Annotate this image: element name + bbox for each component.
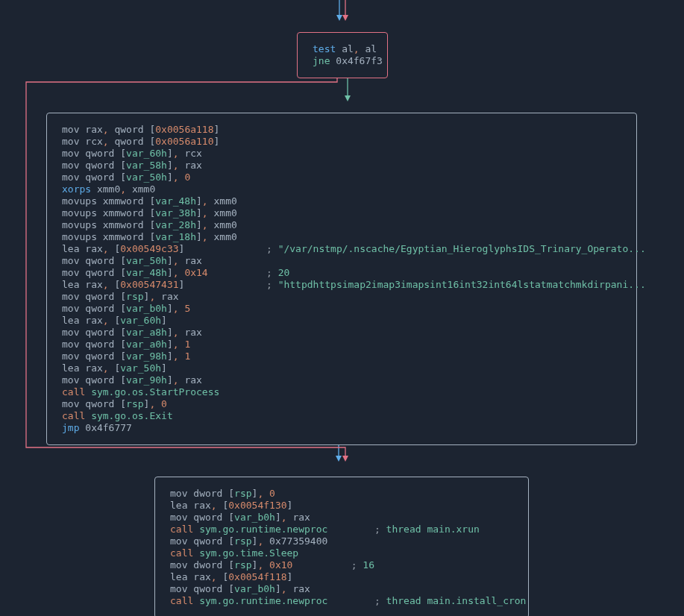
asm-token: mov rcx xyxy=(62,136,103,147)
asm-token: movups xmmword xyxy=(62,207,149,219)
asm-token: , xyxy=(103,124,109,135)
asm-token: , xyxy=(103,279,109,290)
asm-token: var_a0h xyxy=(126,339,167,350)
asm-token: ] xyxy=(167,327,173,338)
asm-token: mov qword xyxy=(62,339,120,350)
asm-token: mov qword xyxy=(62,148,120,159)
asm-token: [ xyxy=(120,148,126,159)
asm-token: var_50h xyxy=(126,172,167,183)
svg-marker-3 xyxy=(336,456,342,462)
asm-token: mov dword xyxy=(170,559,228,571)
asm-token: var_38h xyxy=(155,207,196,219)
asm-token: mov qword xyxy=(170,512,228,523)
asm-token: ] xyxy=(196,195,202,207)
asm-token: call xyxy=(62,386,91,397)
asm-token: ] xyxy=(167,374,173,386)
asm-token: thread main.install_cron xyxy=(386,595,527,606)
asm-token: ] xyxy=(167,339,173,350)
asm-token: jmp xyxy=(62,422,85,433)
asm-token: 1 xyxy=(179,351,191,362)
asm-token: var_a8h xyxy=(126,327,167,338)
asm-token: [ xyxy=(228,583,234,594)
asm-token: xorps xyxy=(62,183,91,195)
asm-token: 0x77359400 xyxy=(263,535,327,547)
asm-token: ] xyxy=(275,512,281,523)
asm-token: var_b0h xyxy=(234,583,275,594)
asm-token: xmm0 xyxy=(126,183,155,195)
asm-token: , xyxy=(173,172,179,183)
asm-token: , xyxy=(202,195,208,207)
asm-token: , xyxy=(173,148,179,159)
asm-token: movups xmmword xyxy=(62,231,149,242)
asm-token: ] xyxy=(167,351,173,362)
asm-token: xmm0 xyxy=(208,195,237,207)
asm-token: 16 xyxy=(363,559,374,571)
asm-token: rax xyxy=(179,255,202,266)
asm-token: movups xmmword xyxy=(62,219,149,230)
asm-token: ; xyxy=(266,279,278,290)
asm-token: [ xyxy=(228,535,234,547)
cfg-block-startprocess: mov rax, qword [0x0056a118] mov rcx, qwo… xyxy=(46,113,637,445)
asm-token: var_b0h xyxy=(126,303,167,314)
asm-token: 0x0056a110 xyxy=(155,136,213,147)
asm-token: [ xyxy=(120,339,126,350)
asm-token: mov qword xyxy=(62,351,120,362)
asm-token: rax xyxy=(155,291,178,302)
asm-token: var_28h xyxy=(155,219,196,230)
asm-token: rsp xyxy=(234,535,251,547)
cfg-block-test: test al, al jne 0x4f67f3 xyxy=(297,32,388,78)
asm-token: , xyxy=(211,571,217,582)
asm-token: , xyxy=(173,160,179,171)
asm-token: var_50h xyxy=(120,362,161,374)
asm-token: ] xyxy=(167,148,173,159)
asm-token: ] xyxy=(167,267,173,278)
asm-token: 1 xyxy=(179,339,191,350)
asm-token: , xyxy=(120,183,126,195)
asm-token: ] xyxy=(275,583,281,594)
asm-token: mov qword xyxy=(62,255,120,266)
asm-token: [ xyxy=(228,559,234,571)
asm-token: ; xyxy=(374,524,386,535)
asm-token: qword xyxy=(109,124,150,135)
asm-token: mov qword xyxy=(62,160,120,171)
asm-token: , xyxy=(173,255,179,266)
asm-token: call xyxy=(170,547,199,559)
asm-token: "httpdhttpsimap2imap3imapsint16int32int6… xyxy=(278,279,646,290)
asm-token: [ xyxy=(120,172,126,183)
asm-token: var_50h xyxy=(126,255,167,266)
asm-token: al xyxy=(360,43,377,54)
asm-token: rax xyxy=(287,583,310,594)
asm-token: [ xyxy=(120,351,126,362)
asm-token: ] xyxy=(196,207,202,219)
asm-token: rax xyxy=(179,327,202,338)
asm-token: 0x00549c33 xyxy=(120,243,178,254)
asm-token: , xyxy=(103,243,109,254)
asm-token: sym.go.os.StartProcess xyxy=(91,386,219,397)
asm-token: rsp xyxy=(126,291,143,302)
asm-token: call xyxy=(170,524,199,535)
asm-token: xmm0 xyxy=(208,207,237,219)
asm-token: ] xyxy=(167,303,173,314)
asm-token: sym.go.os.Exit xyxy=(91,410,173,421)
asm-token: sym.go.runtime.newproc xyxy=(199,524,374,535)
asm-token: 0x14 xyxy=(179,267,266,278)
asm-token: mov qword xyxy=(62,374,120,386)
asm-token: mov qword xyxy=(62,291,120,302)
asm-token: ] xyxy=(179,243,266,254)
asm-token: , xyxy=(173,327,179,338)
asm-token: 20 xyxy=(278,267,290,278)
asm-token: [ xyxy=(217,500,229,511)
asm-token: [ xyxy=(120,303,126,314)
asm-token: , xyxy=(173,351,179,362)
asm-token: thread main.xrun xyxy=(386,524,480,535)
asm-token: jne xyxy=(313,55,336,66)
asm-token: , xyxy=(173,339,179,350)
asm-token: mov qword xyxy=(170,535,228,547)
asm-token: var_90h xyxy=(126,374,167,386)
asm-token: mov qword xyxy=(170,583,228,594)
asm-token: 0x10 xyxy=(263,559,351,571)
cfg-block-newproc: mov dword [rsp], 0 lea rax, [0x0054f130]… xyxy=(154,477,529,616)
asm-token: 0x00547431 xyxy=(120,279,178,290)
asm-token: mov qword xyxy=(62,172,120,183)
asm-token: sym.go.time.Sleep xyxy=(199,547,298,559)
